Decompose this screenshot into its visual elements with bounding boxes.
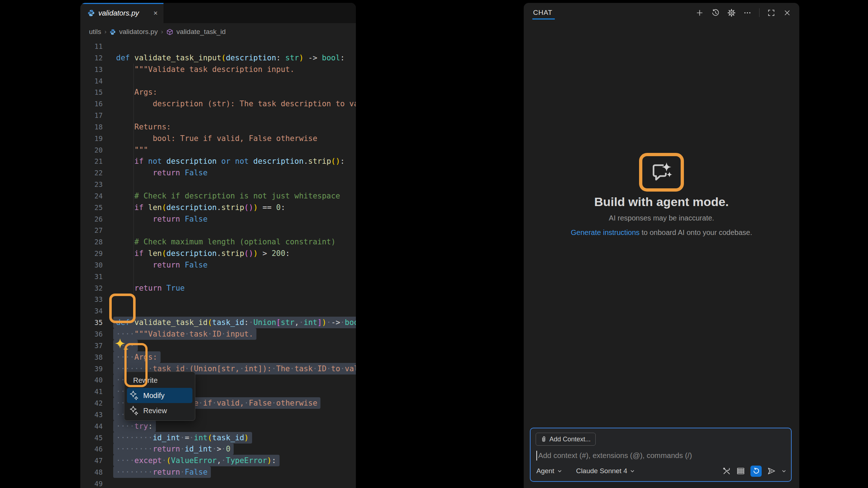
menu-item-review[interactable]: Review (124, 403, 195, 418)
code-line-41[interactable]: 41····Returns: (80, 386, 356, 397)
maximize-panel-icon[interactable] (767, 9, 775, 17)
tools-icon[interactable] (722, 467, 731, 475)
close-panel-icon[interactable] (783, 9, 791, 17)
menu-item-modify[interactable]: Modify (127, 388, 192, 403)
code-line-39[interactable]: 39········task_id·(Union[str,·int]):·The… (80, 363, 356, 374)
line-number: 12 (80, 52, 103, 64)
line-text: ····try: (113, 420, 156, 432)
line-number: 38 (80, 351, 103, 363)
line-number: 35 (80, 317, 103, 328)
symbol-cube-icon (166, 29, 173, 35)
line-number: 47 (80, 455, 103, 466)
send-options-chevron-icon[interactable] (781, 468, 787, 474)
line-number: 11 (80, 40, 103, 52)
paperclip-icon (541, 436, 546, 442)
code-line-26[interactable]: 26 return False (80, 213, 356, 225)
tab-close-icon[interactable]: × (153, 9, 158, 17)
active-tab-accent (80, 3, 163, 4)
code-line-23[interactable]: 23 (80, 179, 356, 190)
annotation-box-menu-icons (124, 343, 148, 387)
history-icon[interactable] (711, 9, 720, 17)
code-line-11[interactable]: 11 (80, 40, 356, 52)
line-text: ········return·id_int·>·0 (113, 443, 234, 455)
line-number: 40 (80, 374, 103, 386)
code-line-13[interactable]: 13 """Validate task description input. (80, 64, 356, 75)
line-text: Returns: (116, 121, 171, 133)
line-number: 49 (80, 478, 103, 488)
line-text: # Check if description is not just white… (116, 190, 340, 202)
code-line-12[interactable]: 12def validate_task_input(description: s… (80, 52, 356, 64)
breadcrumb-symbol[interactable]: validate_task_id (176, 28, 226, 36)
chat-input-box[interactable]: Add Context... Add context (#), extensio… (530, 428, 792, 482)
new-chat-icon[interactable] (695, 9, 704, 17)
line-number: 24 (80, 190, 103, 202)
line-text: # Check maximum length (optional constra… (116, 236, 336, 248)
tab-title: validators.py (98, 9, 150, 17)
code-line-22[interactable]: 22 return False (80, 167, 356, 179)
line-number: 23 (80, 179, 103, 190)
line-number: 32 (80, 282, 103, 294)
line-number: 31 (80, 271, 103, 282)
code-line-30[interactable]: 30 return False (80, 259, 356, 271)
model-label: Claude Sonnet 4 (576, 467, 627, 475)
code-line-44[interactable]: 44····try: (80, 420, 356, 432)
line-number: 33 (80, 294, 103, 305)
line-text: return False (116, 213, 208, 225)
model-dropdown[interactable]: Claude Sonnet 4 (576, 467, 635, 475)
code-line-28[interactable]: 28 # Check maximum length (optional cons… (80, 236, 356, 248)
tab-validators-py[interactable]: validators.py × (80, 3, 163, 23)
breadcrumb-file[interactable]: validators.py (119, 28, 158, 36)
auto-approve-toggle[interactable] (750, 466, 762, 477)
code-line-32[interactable]: 32 return True (80, 282, 356, 294)
agent-mode-dropdown[interactable]: Agent (536, 467, 562, 475)
code-line-17[interactable]: 17 (80, 110, 356, 121)
code-line-27[interactable]: 27 (80, 224, 356, 236)
chat-panel: CHAT (524, 3, 799, 488)
more-actions-icon[interactable] (743, 9, 752, 17)
line-text: """ (116, 144, 148, 156)
code-line-14[interactable]: 14 (80, 75, 356, 87)
code-line-18[interactable]: 18 Returns: (80, 121, 356, 133)
desktop-canvas: validators.py × utils › validators.py › … (0, 0, 868, 488)
onboard-text: to onboard AI onto your codebase. (639, 228, 752, 236)
code-line-46[interactable]: 46········return·id_int·>·0 (80, 443, 356, 455)
line-number: 27 (80, 224, 103, 236)
code-line-48[interactable]: 48········return·False (80, 466, 356, 478)
line-text: if not description or not description.st… (116, 155, 345, 167)
line-number: 48 (80, 466, 103, 478)
chat-text-input[interactable]: Add context (#), extensions (@), command… (536, 450, 692, 461)
code-line-16[interactable]: 16 description (str): The task descripti… (80, 98, 356, 110)
mcp-servers-icon[interactable] (736, 467, 745, 475)
code-line-45[interactable]: 45········id_int·=·int(task_id) (80, 432, 356, 444)
code-line-19[interactable]: 19 bool: True if valid, False otherwise (80, 133, 356, 144)
line-text: ········return·False (113, 466, 211, 478)
agent-mode-label: Agent (536, 467, 554, 475)
code-line-24[interactable]: 24 # Check if description is not just wh… (80, 190, 356, 202)
add-context-button[interactable]: Add Context... (536, 433, 596, 446)
generate-instructions-link[interactable]: Generate instructions (571, 228, 639, 236)
code-line-49[interactable]: 49 (80, 478, 356, 488)
chat-tab-label: CHAT (533, 9, 553, 17)
settings-gear-icon[interactable] (727, 9, 736, 17)
code-line-29[interactable]: 29 if len(description.strip()) > 200: (80, 248, 356, 259)
code-line-15[interactable]: 15 Args: (80, 86, 356, 98)
code-line-42[interactable]: 42········bool:·True·if·valid,·False·oth… (80, 397, 356, 409)
line-number: 44 (80, 420, 103, 432)
empty-state-subtitle: AI responses may be inaccurate. (524, 214, 799, 222)
line-number: 34 (80, 305, 103, 317)
code-line-20[interactable]: 20 """ (80, 144, 356, 156)
code-line-43[interactable]: 43····""" (80, 409, 356, 420)
line-number: 22 (80, 167, 103, 179)
line-text: """Validate task description input. (116, 64, 294, 75)
breadcrumb-separator: › (161, 28, 163, 35)
chat-tab[interactable]: CHAT (533, 3, 553, 22)
send-icon[interactable] (767, 467, 776, 475)
code-line-47[interactable]: 47····except·(ValueError,·TypeError): (80, 455, 356, 466)
code-line-40[interactable]: 40···· (80, 374, 356, 386)
line-number: 26 (80, 213, 103, 225)
code-area[interactable]: 1112def validate_task_input(description:… (80, 40, 356, 488)
code-line-25[interactable]: 25 if len(description.strip()) == 0: (80, 202, 356, 213)
code-line-31[interactable]: 31 (80, 271, 356, 282)
code-line-21[interactable]: 21 if not description or not description… (80, 155, 356, 167)
breadcrumb-folder[interactable]: utils (89, 28, 101, 36)
